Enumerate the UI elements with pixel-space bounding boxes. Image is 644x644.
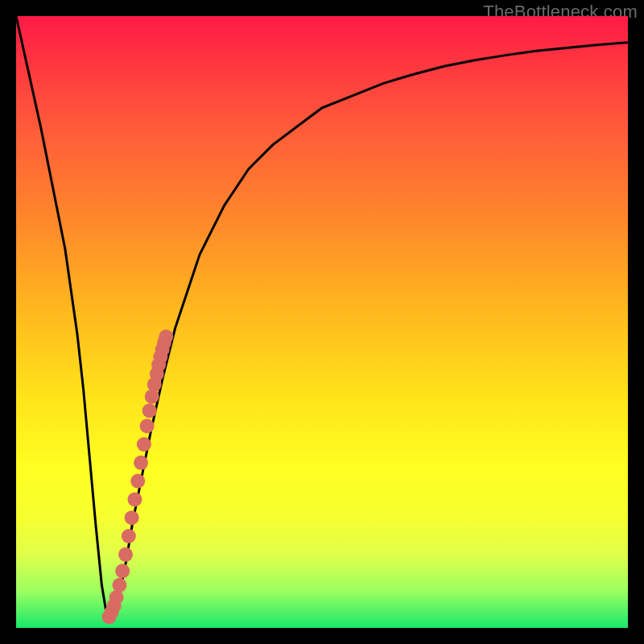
highlight-dot: [125, 510, 139, 525]
bottleneck-curve: [16, 16, 628, 621]
chart-svg: [16, 16, 628, 628]
highlight-dot: [109, 590, 124, 605]
highlight-dot: [140, 419, 155, 433]
highlight-dot: [159, 329, 173, 344]
highlight-dot: [145, 390, 159, 404]
plot-area: [16, 16, 628, 628]
highlight-dot: [122, 529, 136, 543]
highlight-dot: [118, 547, 133, 562]
highlight-dot: [127, 492, 142, 506]
highlight-dot: [112, 578, 126, 592]
highlight-dot: [115, 564, 130, 578]
highlight-dot: [142, 403, 157, 418]
highlight-dots: [102, 329, 174, 624]
highlight-dot: [137, 437, 151, 452]
chart-frame: TheBottleneck.com: [0, 0, 644, 644]
highlight-dot: [134, 456, 148, 470]
highlight-dot: [130, 474, 145, 489]
